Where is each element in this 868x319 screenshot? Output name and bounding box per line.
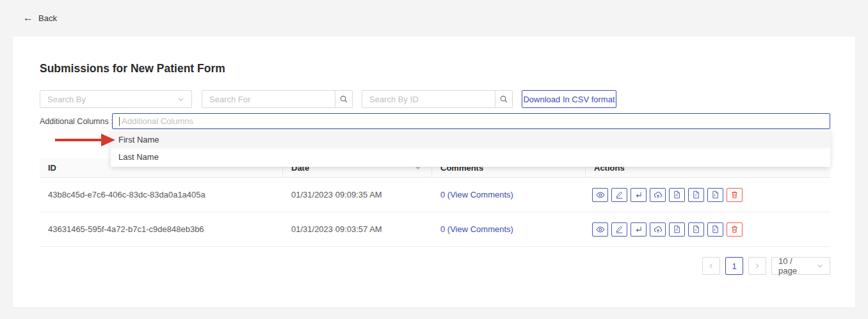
file-excel-icon: x bbox=[692, 225, 700, 233]
toolbar: Search By Download In CSV format bbox=[40, 90, 830, 108]
trash-icon bbox=[730, 225, 739, 233]
submission-id: 43631465-595f-4a72-b7c1-c9de848eb3b6 bbox=[40, 224, 283, 234]
chevron-left-icon bbox=[708, 263, 714, 269]
delete-submission-button[interactable] bbox=[727, 222, 743, 237]
file-pdf-icon: A bbox=[673, 225, 681, 233]
file-excel-icon: x bbox=[692, 191, 700, 199]
chevron-right-icon bbox=[754, 263, 760, 269]
download-doc-button[interactable] bbox=[707, 188, 723, 202]
pagination: 1 10 / page bbox=[702, 257, 830, 275]
submission-date: 01/31/2023 09:03:57 AM bbox=[283, 224, 432, 234]
search-for-button[interactable] bbox=[335, 90, 353, 108]
download-excel-button[interactable]: x bbox=[688, 188, 704, 202]
additional-columns-label: Additional Columns : bbox=[40, 114, 113, 129]
download-doc-button[interactable] bbox=[707, 222, 723, 237]
search-icon bbox=[339, 95, 348, 104]
search-icon bbox=[499, 95, 508, 104]
text-cursor bbox=[119, 117, 120, 126]
dropdown-option-first-name[interactable]: First Name bbox=[111, 131, 830, 148]
search-by-id-group bbox=[362, 90, 513, 108]
view-submission-button[interactable] bbox=[592, 222, 608, 237]
file-doc-icon bbox=[711, 225, 719, 233]
view-comments-link[interactable]: 0 (View Comments) bbox=[440, 224, 513, 234]
edit-submission-button[interactable] bbox=[611, 188, 627, 202]
rollback-button[interactable] bbox=[631, 222, 647, 237]
upload-button[interactable] bbox=[650, 222, 666, 237]
chevron-down-icon bbox=[817, 263, 823, 269]
file-pdf-icon: A bbox=[673, 191, 681, 199]
submission-id: 43b8c45d-e7c6-406c-83dc-83da0a1a405a bbox=[40, 190, 283, 199]
download-excel-button[interactable]: x bbox=[688, 222, 704, 237]
back-button[interactable]: ← Back bbox=[23, 13, 57, 23]
delete-submission-button[interactable] bbox=[727, 188, 743, 202]
rollback-button[interactable] bbox=[631, 188, 647, 202]
next-page-button[interactable] bbox=[748, 257, 766, 275]
arrow-tail bbox=[55, 139, 102, 141]
submissions-table: ID Date Comments Actions 43b8c45d-e7c6-4… bbox=[40, 159, 830, 247]
search-by-placeholder: Search By bbox=[47, 95, 86, 104]
page-title: Submissions for New Patient Form bbox=[40, 62, 225, 75]
cloud-upload-icon bbox=[654, 225, 663, 234]
additional-columns-input[interactable]: Additional Columns bbox=[112, 113, 830, 129]
cloud-upload-icon bbox=[654, 191, 663, 199]
row-actions: A x bbox=[586, 188, 830, 202]
chevron-down-icon bbox=[177, 96, 184, 103]
additional-columns-dropdown: First Name Last Name bbox=[111, 130, 830, 167]
rollback-icon bbox=[634, 225, 643, 233]
table-row: 43631465-595f-4a72-b7c1-c9de848eb3b6 01/… bbox=[40, 212, 830, 247]
table-row: 43b8c45d-e7c6-406c-83dc-83da0a1a405a 01/… bbox=[40, 178, 830, 212]
eye-icon bbox=[596, 225, 605, 234]
rollback-icon bbox=[634, 191, 643, 199]
prev-page-button[interactable] bbox=[702, 257, 720, 275]
search-by-select[interactable]: Search By bbox=[40, 90, 192, 108]
svg-text:A: A bbox=[676, 228, 679, 231]
download-pdf-button[interactable]: A bbox=[669, 188, 685, 202]
file-doc-icon bbox=[711, 191, 719, 199]
upload-button[interactable] bbox=[650, 188, 666, 202]
download-pdf-button[interactable]: A bbox=[669, 222, 685, 237]
back-label: Back bbox=[38, 13, 57, 23]
page-number-button[interactable]: 1 bbox=[725, 257, 743, 275]
page-size-select[interactable]: 10 / page bbox=[771, 257, 830, 275]
svg-text:x: x bbox=[695, 228, 697, 231]
search-for-input[interactable] bbox=[202, 90, 335, 108]
eye-icon bbox=[596, 191, 605, 199]
search-for-group bbox=[202, 90, 353, 108]
view-submission-button[interactable] bbox=[592, 188, 608, 202]
edit-icon bbox=[615, 191, 623, 199]
arrow-left-icon: ← bbox=[23, 13, 33, 23]
edit-submission-button[interactable] bbox=[611, 222, 627, 237]
view-comments-link[interactable]: 0 (View Comments) bbox=[440, 190, 513, 199]
search-by-id-input[interactable] bbox=[362, 90, 495, 108]
submissions-card: Submissions for New Patient Form Search … bbox=[13, 36, 855, 307]
row-actions: A x bbox=[586, 222, 830, 237]
trash-icon bbox=[730, 191, 739, 199]
download-csv-button[interactable]: Download In CSV format bbox=[522, 90, 616, 108]
dropdown-option-last-name[interactable]: Last Name bbox=[111, 148, 830, 166]
submission-date: 01/31/2023 09:09:35 AM bbox=[283, 190, 432, 199]
edit-icon bbox=[615, 225, 623, 233]
svg-text:A: A bbox=[676, 193, 679, 197]
search-by-id-button[interactable] bbox=[495, 90, 513, 108]
page-size-label: 10 / page bbox=[778, 256, 812, 276]
additional-columns-placeholder: Additional Columns bbox=[122, 116, 193, 126]
svg-text:x: x bbox=[695, 193, 697, 197]
